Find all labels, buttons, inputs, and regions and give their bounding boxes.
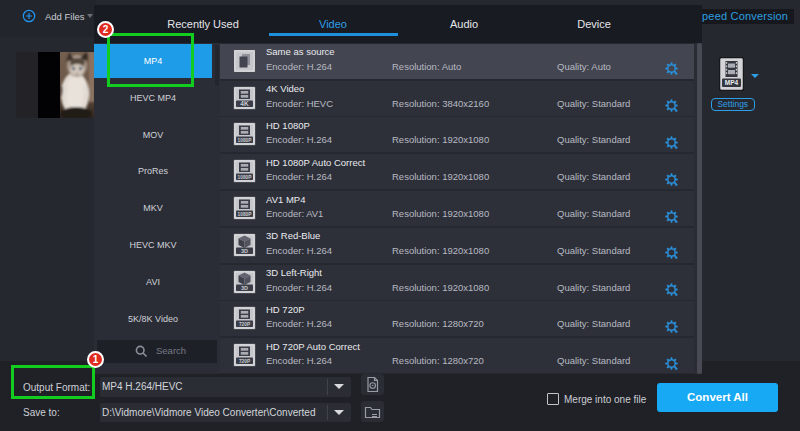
svg-text:720P: 720P [239, 359, 251, 364]
svg-text:1080P: 1080P [238, 175, 253, 180]
svg-text:1080P: 1080P [238, 212, 253, 217]
svg-text:4K: 4K [240, 99, 249, 106]
svg-text:720P: 720P [239, 322, 251, 327]
svg-text:3D: 3D [241, 284, 248, 290]
svg-text:MP4: MP4 [725, 79, 739, 86]
svg-text:1080P: 1080P [238, 138, 253, 143]
svg-text:3D: 3D [241, 248, 248, 254]
